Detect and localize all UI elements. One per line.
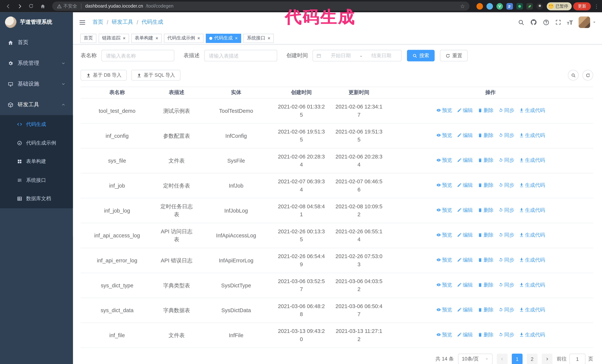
action-edit-link[interactable]: 编辑: [457, 306, 473, 313]
action-delete-link[interactable]: 删除: [477, 156, 494, 164]
action-delete-link[interactable]: 删除: [477, 181, 494, 189]
browser-update-button[interactable]: 更新: [573, 2, 591, 10]
sidebar-item-dev-tools[interactable]: 研发工具: [0, 94, 73, 115]
action-sync-link[interactable]: 同步: [498, 181, 514, 189]
import-db-button[interactable]: 基于 DB 导入: [81, 70, 127, 81]
extension-icon-dark-green[interactable]: [516, 3, 523, 10]
action-delete-link[interactable]: 删除: [477, 206, 494, 214]
tab-close-icon[interactable]: ×: [155, 36, 158, 41]
page-size-select[interactable]: 10条/页: [458, 354, 493, 364]
action-sync-link[interactable]: 同步: [498, 256, 514, 264]
bookmark-star-icon[interactable]: ☆: [460, 3, 465, 9]
extensions-puzzle-icon[interactable]: [537, 3, 543, 10]
sidebar-item-code-generation[interactable]: 代码生成: [0, 115, 73, 134]
user-menu[interactable]: [579, 16, 596, 28]
import-sql-button[interactable]: 基于 SQL 导入: [131, 70, 180, 81]
date-range-picker[interactable]: 开始日期 - 结束日期: [312, 50, 402, 61]
action-generate-link[interactable]: 生成代码: [519, 281, 545, 289]
security-warning[interactable]: 不安全: [57, 3, 77, 10]
action-edit-link[interactable]: 编辑: [457, 181, 473, 189]
sidebar-item-system-management[interactable]: 系统管理: [0, 53, 73, 74]
action-delete-link[interactable]: 删除: [477, 231, 494, 239]
action-delete-link[interactable]: 删除: [477, 131, 494, 139]
hamburger-icon[interactable]: [79, 19, 86, 26]
table-name-input[interactable]: [101, 50, 174, 61]
action-edit-link[interactable]: 编辑: [457, 131, 473, 139]
action-generate-link[interactable]: 生成代码: [519, 181, 545, 189]
browser-reload-button[interactable]: [26, 1, 36, 11]
action-delete-link[interactable]: 删除: [477, 107, 494, 114]
profile-paused-badge[interactable]: 已暂停: [547, 2, 572, 10]
extension-icon-orange[interactable]: [476, 3, 483, 10]
breadcrumb-dev-tools[interactable]: 研发工具: [112, 19, 133, 26]
tab-close-icon[interactable]: ×: [123, 36, 126, 41]
action-sync-link[interactable]: 同步: [498, 231, 514, 239]
action-delete-link[interactable]: 删除: [477, 306, 494, 313]
action-edit-link[interactable]: 编辑: [457, 331, 473, 338]
toggle-search-button[interactable]: [568, 70, 579, 81]
action-sync-link[interactable]: 同步: [498, 206, 514, 214]
action-sync-link[interactable]: 同步: [498, 331, 514, 338]
sidebar-item-database-docs[interactable]: 数据库文档: [0, 189, 73, 208]
action-generate-link[interactable]: 生成代码: [519, 306, 545, 313]
action-generate-link[interactable]: 生成代码: [519, 331, 545, 338]
action-preview-link[interactable]: 预览: [436, 256, 452, 264]
tab-close-icon[interactable]: ×: [268, 36, 270, 41]
action-delete-link[interactable]: 删除: [477, 256, 494, 264]
action-preview-link[interactable]: 预览: [436, 206, 452, 214]
action-sync-link[interactable]: 同步: [498, 131, 514, 139]
action-preview-link[interactable]: 预览: [436, 306, 452, 313]
tab-item[interactable]: 首页: [80, 33, 96, 43]
action-generate-link[interactable]: 生成代码: [519, 107, 545, 114]
sidebar-item-infrastructure[interactable]: 基础设施: [0, 74, 73, 94]
action-preview-link[interactable]: 预览: [436, 156, 452, 164]
help-icon[interactable]: [543, 19, 549, 26]
action-preview-link[interactable]: 预览: [436, 281, 452, 289]
action-delete-link[interactable]: 删除: [477, 281, 494, 289]
github-icon[interactable]: [530, 19, 537, 26]
browser-back-button[interactable]: [3, 1, 13, 11]
action-generate-link[interactable]: 生成代码: [519, 131, 545, 139]
action-edit-link[interactable]: 编辑: [457, 206, 473, 214]
tab-item[interactable]: 表单构建×: [131, 33, 162, 43]
search-button[interactable]: 搜索: [407, 50, 435, 61]
extension-icon-people[interactable]: [506, 3, 513, 10]
prev-page-button[interactable]: [497, 354, 507, 364]
action-delete-link[interactable]: 删除: [477, 331, 494, 338]
action-generate-link[interactable]: 生成代码: [519, 156, 545, 164]
search-icon[interactable]: [518, 19, 524, 26]
tab-close-icon[interactable]: ×: [197, 36, 200, 41]
fullscreen-icon[interactable]: [555, 19, 561, 25]
sidebar-item-form-builder[interactable]: 表单构建: [0, 152, 73, 171]
tab-item[interactable]: 系统接口×: [243, 33, 274, 43]
action-edit-link[interactable]: 编辑: [457, 231, 473, 239]
action-generate-link[interactable]: 生成代码: [519, 231, 545, 239]
action-preview-link[interactable]: 预览: [436, 181, 452, 189]
sidebar-item-codegen-example[interactable]: 代码生成示例: [0, 134, 73, 152]
refresh-table-button[interactable]: [582, 70, 593, 81]
browser-forward-button[interactable]: [15, 1, 25, 11]
browser-home-button[interactable]: [38, 1, 48, 11]
action-sync-link[interactable]: 同步: [498, 281, 514, 289]
action-edit-link[interactable]: 编辑: [457, 281, 473, 289]
action-sync-link[interactable]: 同步: [498, 306, 514, 313]
sidebar-item-system-interface[interactable]: 系统接口: [0, 171, 73, 189]
tab-item[interactable]: 代码生成示例×: [164, 33, 204, 43]
font-size-icon[interactable]: TT: [567, 19, 573, 26]
reset-button[interactable]: 重置: [440, 50, 468, 61]
page-button-1[interactable]: 1: [512, 354, 523, 364]
address-bar[interactable]: 不安全 dashboard.yudao.iocoder.cn/tool/code…: [52, 1, 470, 11]
action-preview-link[interactable]: 预览: [436, 107, 452, 114]
next-page-button[interactable]: [542, 354, 553, 364]
action-generate-link[interactable]: 生成代码: [519, 256, 545, 264]
table-desc-input[interactable]: [204, 50, 277, 61]
browser-menu-icon[interactable]: ⋮: [594, 3, 599, 9]
sidebar-item-home[interactable]: 首页: [0, 32, 73, 53]
extension-icon-blue-drop[interactable]: [486, 3, 493, 10]
action-edit-link[interactable]: 编辑: [457, 256, 473, 264]
tab-close-icon[interactable]: ×: [235, 36, 238, 41]
action-sync-link[interactable]: 同步: [498, 156, 514, 164]
extension-icon-vue-devtools[interactable]: V: [496, 3, 503, 10]
tab-item[interactable]: 代码生成×: [206, 33, 241, 43]
action-edit-link[interactable]: 编辑: [457, 107, 473, 114]
